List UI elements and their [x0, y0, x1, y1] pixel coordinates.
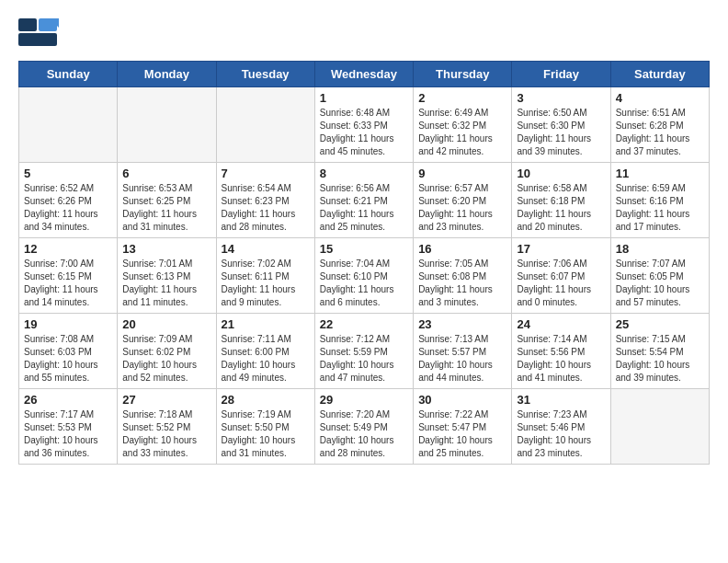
- calendar-week-row: 1Sunrise: 6:48 AM Sunset: 6:33 PM Daylig…: [19, 87, 710, 163]
- day-info: Sunrise: 7:08 AM Sunset: 6:03 PM Dayligh…: [24, 333, 112, 385]
- day-info: Sunrise: 7:14 AM Sunset: 5:56 PM Dayligh…: [517, 333, 605, 385]
- calendar-cell: [216, 87, 314, 163]
- day-number: 26: [24, 393, 112, 407]
- calendar-cell: 5Sunrise: 6:52 AM Sunset: 6:26 PM Daylig…: [19, 163, 118, 238]
- calendar-cell: 16Sunrise: 7:05 AM Sunset: 6:08 PM Dayli…: [414, 238, 512, 314]
- day-number: 9: [418, 167, 506, 180]
- day-number: 31: [517, 393, 605, 407]
- day-number: 19: [24, 317, 112, 331]
- day-number: 15: [320, 242, 408, 256]
- day-info: Sunrise: 7:11 AM Sunset: 6:00 PM Dayligh…: [222, 333, 310, 385]
- day-number: 24: [517, 317, 605, 331]
- day-info: Sunrise: 6:58 AM Sunset: 6:18 PM Dayligh…: [517, 182, 605, 234]
- day-info: Sunrise: 7:04 AM Sunset: 6:10 PM Dayligh…: [320, 258, 408, 309]
- logo-icon: [18, 18, 59, 52]
- column-header-saturday: Saturday: [610, 62, 709, 87]
- column-header-wednesday: Wednesday: [314, 62, 413, 87]
- calendar-cell: 17Sunrise: 7:06 AM Sunset: 6:07 PM Dayli…: [512, 238, 610, 314]
- calendar-cell: 9Sunrise: 6:57 AM Sunset: 6:20 PM Daylig…: [414, 163, 512, 238]
- day-number: 29: [320, 393, 408, 407]
- calendar-week-row: 19Sunrise: 7:08 AM Sunset: 6:03 PM Dayli…: [19, 314, 710, 389]
- calendar-cell: 11Sunrise: 6:59 AM Sunset: 6:16 PM Dayli…: [610, 163, 709, 238]
- day-number: 17: [517, 242, 605, 256]
- day-number: 11: [616, 167, 704, 180]
- calendar-cell: 6Sunrise: 6:53 AM Sunset: 6:25 PM Daylig…: [118, 163, 216, 238]
- calendar-cell: 4Sunrise: 6:51 AM Sunset: 6:28 PM Daylig…: [610, 87, 709, 163]
- day-number: 6: [122, 167, 210, 180]
- column-header-thursday: Thursday: [414, 62, 512, 87]
- calendar-cell: 12Sunrise: 7:00 AM Sunset: 6:15 PM Dayli…: [19, 238, 118, 314]
- day-number: 18: [616, 242, 704, 256]
- calendar-cell: 28Sunrise: 7:19 AM Sunset: 5:50 PM Dayli…: [216, 389, 314, 465]
- calendar-cell: 23Sunrise: 7:13 AM Sunset: 5:57 PM Dayli…: [414, 314, 512, 389]
- calendar-cell: 25Sunrise: 7:15 AM Sunset: 5:54 PM Dayli…: [610, 314, 709, 389]
- calendar-cell: 27Sunrise: 7:18 AM Sunset: 5:52 PM Dayli…: [118, 389, 216, 465]
- calendar-cell: 8Sunrise: 6:56 AM Sunset: 6:21 PM Daylig…: [314, 163, 413, 238]
- day-info: Sunrise: 7:01 AM Sunset: 6:13 PM Dayligh…: [122, 258, 210, 309]
- day-number: 1: [320, 91, 408, 105]
- day-info: Sunrise: 6:52 AM Sunset: 6:26 PM Dayligh…: [24, 182, 112, 234]
- calendar-cell: 15Sunrise: 7:04 AM Sunset: 6:10 PM Dayli…: [314, 238, 413, 314]
- calendar-cell: [610, 389, 709, 465]
- column-header-sunday: Sunday: [19, 62, 118, 87]
- day-info: Sunrise: 6:48 AM Sunset: 6:33 PM Dayligh…: [320, 107, 408, 158]
- header: [18, 18, 710, 52]
- day-number: 16: [418, 242, 506, 256]
- calendar-cell: [118, 87, 216, 163]
- day-info: Sunrise: 7:15 AM Sunset: 5:54 PM Dayligh…: [616, 333, 704, 385]
- calendar-table: SundayMondayTuesdayWednesdayThursdayFrid…: [18, 61, 710, 465]
- calendar-cell: 2Sunrise: 6:49 AM Sunset: 6:32 PM Daylig…: [414, 87, 512, 163]
- day-info: Sunrise: 6:49 AM Sunset: 6:32 PM Dayligh…: [418, 107, 506, 158]
- calendar-cell: [19, 87, 118, 163]
- column-header-friday: Friday: [512, 62, 610, 87]
- day-info: Sunrise: 6:54 AM Sunset: 6:23 PM Dayligh…: [222, 182, 310, 234]
- calendar-cell: 14Sunrise: 7:02 AM Sunset: 6:11 PM Dayli…: [216, 238, 314, 314]
- svg-rect-2: [18, 33, 57, 46]
- day-info: Sunrise: 7:05 AM Sunset: 6:08 PM Dayligh…: [418, 258, 506, 309]
- day-number: 13: [122, 242, 210, 256]
- calendar-cell: 21Sunrise: 7:11 AM Sunset: 6:00 PM Dayli…: [216, 314, 314, 389]
- day-info: Sunrise: 7:23 AM Sunset: 5:46 PM Dayligh…: [517, 408, 605, 460]
- day-number: 21: [222, 317, 310, 331]
- svg-rect-0: [18, 18, 37, 31]
- calendar-cell: 3Sunrise: 6:50 AM Sunset: 6:30 PM Daylig…: [512, 87, 610, 163]
- day-info: Sunrise: 7:17 AM Sunset: 5:53 PM Dayligh…: [24, 408, 112, 460]
- day-info: Sunrise: 7:19 AM Sunset: 5:50 PM Dayligh…: [222, 408, 310, 460]
- calendar-cell: 1Sunrise: 6:48 AM Sunset: 6:33 PM Daylig…: [314, 87, 413, 163]
- day-info: Sunrise: 7:13 AM Sunset: 5:57 PM Dayligh…: [418, 333, 506, 385]
- calendar-cell: 18Sunrise: 7:07 AM Sunset: 6:05 PM Dayli…: [610, 238, 709, 314]
- day-info: Sunrise: 6:51 AM Sunset: 6:28 PM Dayligh…: [616, 107, 704, 158]
- calendar-cell: 20Sunrise: 7:09 AM Sunset: 6:02 PM Dayli…: [118, 314, 216, 389]
- calendar-header-row: SundayMondayTuesdayWednesdayThursdayFrid…: [19, 62, 710, 87]
- day-number: 20: [122, 317, 210, 331]
- calendar-cell: 24Sunrise: 7:14 AM Sunset: 5:56 PM Dayli…: [512, 314, 610, 389]
- day-info: Sunrise: 6:59 AM Sunset: 6:16 PM Dayligh…: [616, 182, 704, 234]
- day-info: Sunrise: 7:09 AM Sunset: 6:02 PM Dayligh…: [122, 333, 210, 385]
- calendar-cell: 26Sunrise: 7:17 AM Sunset: 5:53 PM Dayli…: [19, 389, 118, 465]
- calendar-cell: 30Sunrise: 7:22 AM Sunset: 5:47 PM Dayli…: [414, 389, 512, 465]
- day-number: 2: [418, 91, 506, 105]
- calendar-cell: 13Sunrise: 7:01 AM Sunset: 6:13 PM Dayli…: [118, 238, 216, 314]
- day-number: 3: [517, 91, 605, 105]
- day-number: 7: [222, 167, 310, 180]
- logo: [18, 18, 61, 52]
- day-number: 12: [24, 242, 112, 256]
- day-info: Sunrise: 7:06 AM Sunset: 6:07 PM Dayligh…: [517, 258, 605, 309]
- day-info: Sunrise: 7:00 AM Sunset: 6:15 PM Dayligh…: [24, 258, 112, 309]
- day-info: Sunrise: 6:53 AM Sunset: 6:25 PM Dayligh…: [122, 182, 210, 234]
- calendar-cell: 22Sunrise: 7:12 AM Sunset: 5:59 PM Dayli…: [314, 314, 413, 389]
- column-header-monday: Monday: [118, 62, 216, 87]
- day-info: Sunrise: 7:02 AM Sunset: 6:11 PM Dayligh…: [222, 258, 310, 309]
- day-info: Sunrise: 6:57 AM Sunset: 6:20 PM Dayligh…: [418, 182, 506, 234]
- day-number: 23: [418, 317, 506, 331]
- day-info: Sunrise: 7:18 AM Sunset: 5:52 PM Dayligh…: [122, 408, 210, 460]
- day-info: Sunrise: 7:12 AM Sunset: 5:59 PM Dayligh…: [320, 333, 408, 385]
- day-number: 30: [418, 393, 506, 407]
- day-number: 8: [320, 167, 408, 180]
- calendar-week-row: 5Sunrise: 6:52 AM Sunset: 6:26 PM Daylig…: [19, 163, 710, 238]
- day-number: 5: [24, 167, 112, 180]
- day-info: Sunrise: 6:50 AM Sunset: 6:30 PM Dayligh…: [517, 107, 605, 158]
- calendar-cell: 10Sunrise: 6:58 AM Sunset: 6:18 PM Dayli…: [512, 163, 610, 238]
- calendar-cell: 7Sunrise: 6:54 AM Sunset: 6:23 PM Daylig…: [216, 163, 314, 238]
- calendar-week-row: 26Sunrise: 7:17 AM Sunset: 5:53 PM Dayli…: [19, 389, 710, 465]
